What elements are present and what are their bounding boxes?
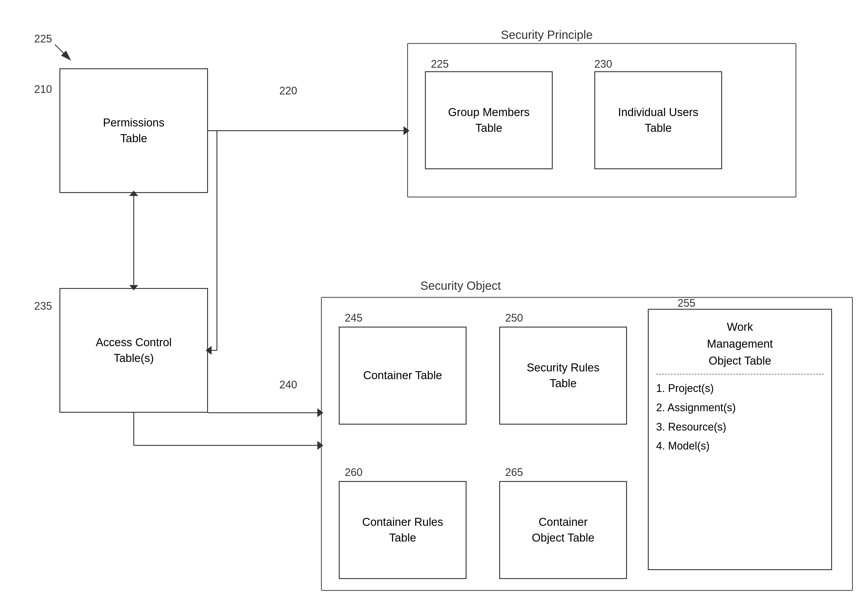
container-object-table-box: ContainerObject Table [499, 481, 627, 579]
access-control-table-label: Access ControlTable(s) [96, 335, 172, 366]
container-rules-table-label: Container RulesTable [362, 514, 443, 546]
permissions-table-box: PermissionsTable [59, 68, 208, 193]
container-object-table-label: ContainerObject Table [532, 514, 595, 546]
ref-230: 230 [594, 58, 612, 70]
ref-225-topleft: 225 [34, 32, 52, 45]
ref-250: 250 [505, 312, 523, 324]
group-members-table-label: Group MembersTable [448, 105, 530, 136]
work-mgmt-title: WorkManagementObject Table [656, 318, 824, 369]
arrow-225-topleft [55, 45, 70, 59]
ref-225-gmt: 225 [431, 58, 449, 70]
work-mgmt-item-2: 2. Assignment(s) [656, 398, 824, 417]
group-members-table-box: Group MembersTable [425, 71, 553, 169]
ref-265: 265 [505, 466, 523, 479]
work-mgmt-item-4: 4. Model(s) [656, 436, 824, 456]
work-mgmt-table-box: WorkManagementObject Table 1. Project(s)… [648, 309, 832, 570]
ref-210: 210 [34, 83, 52, 96]
permissions-table-label: PermissionsTable [103, 115, 164, 146]
ref-240: 240 [279, 379, 297, 391]
ref-245: 245 [345, 312, 363, 324]
access-control-table-box: Access ControlTable(s) [59, 288, 208, 413]
security-rules-table-box: Security RulesTable [499, 327, 627, 425]
ref-260: 260 [345, 466, 363, 479]
individual-users-table-label: Individual UsersTable [618, 105, 698, 136]
container-table-label: Container Table [363, 368, 442, 383]
individual-users-table-box: Individual UsersTable [594, 71, 722, 169]
ref-235: 235 [34, 300, 52, 312]
work-mgmt-divider [656, 374, 824, 374]
work-mgmt-item-3: 3. Resource(s) [656, 417, 824, 437]
work-mgmt-items: 1. Project(s) 2. Assignment(s) 3. Resour… [656, 379, 824, 456]
security-object-label: Security Object [372, 279, 550, 292]
work-mgmt-item-1: 1. Project(s) [656, 379, 824, 398]
diagram: 225 210 PermissionsTable 235 Access Cont… [0, 0, 868, 609]
ref-220: 220 [279, 85, 297, 97]
security-rules-table-label: Security RulesTable [527, 360, 600, 391]
security-principle-label: Security Principle [457, 28, 636, 42]
container-table-box: Container Table [339, 327, 467, 425]
ref-255: 255 [677, 297, 695, 309]
container-rules-table-box: Container RulesTable [339, 481, 467, 579]
